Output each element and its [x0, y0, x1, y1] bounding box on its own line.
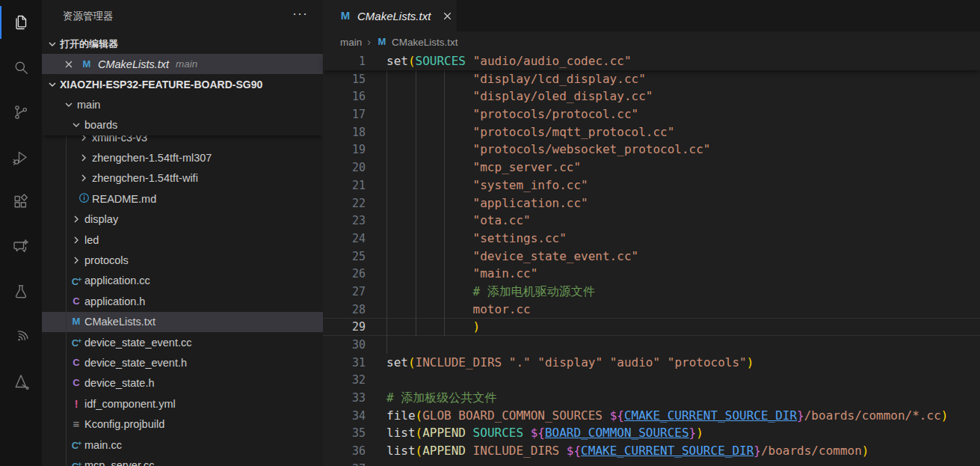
file-tree: mainboardsxmini-c3-v3zhengchen-1.54tft-m…: [42, 0, 323, 466]
indent-guide: [386, 336, 387, 354]
extensions-icon[interactable]: [12, 193, 30, 211]
line-number: 36: [323, 443, 366, 461]
code-text: "mcp_server.cc": [386, 159, 581, 177]
code-line-15[interactable]: 15 "display/lcd_display.cc": [323, 70, 980, 88]
code-line-16[interactable]: 16 "display/oled_display.cc": [323, 88, 980, 105]
tree-item-label: mcp_server.cc: [84, 459, 154, 466]
code-line-28[interactable]: 28 motor.cc: [323, 301, 980, 319]
source-control-icon[interactable]: [12, 103, 30, 121]
code-line-23[interactable]: 23 "ota.cc": [323, 212, 980, 230]
search-icon[interactable]: [12, 58, 30, 76]
tree-item-display[interactable]: display: [42, 209, 323, 230]
editor-tab-bar: M CMakeLists.txt: [323, 0, 980, 31]
tree-item-label: display: [84, 213, 118, 225]
code-text: "protocols/websocket_protocol.cc": [386, 141, 710, 159]
line-number: 18: [323, 124, 366, 142]
cmake-file-icon: M: [70, 316, 82, 328]
tree-item-zhengchen-1-54tft-wifi[interactable]: zhengchen-1.54tft-wifi: [42, 168, 323, 188]
code-text: list(APPEND INCLUDE_DIRS ${CMAKE_CURRENT…: [386, 442, 869, 460]
tree-item-cmakelists-txt[interactable]: MCMakeLists.txt: [42, 312, 323, 332]
code-line-21[interactable]: 21 "system_info.cc": [323, 177, 980, 194]
cpp-file-icon: C+: [70, 274, 82, 288]
tree-item-main[interactable]: main: [42, 94, 323, 114]
tree-item-application-h[interactable]: Capplication.h: [42, 291, 323, 311]
activity-bar: [0, 0, 42, 466]
testing-icon[interactable]: [12, 283, 30, 301]
tree-item-main-cc[interactable]: C+main.cc: [42, 435, 323, 455]
chevron-right-icon: [78, 152, 90, 164]
yaml-file-icon: !: [70, 398, 82, 410]
chevron-right-icon: [78, 172, 90, 184]
code-line-31[interactable]: 31set(INCLUDE_DIRS "." "display" "audio"…: [323, 354, 980, 372]
tree-item-boards[interactable]: boards: [42, 114, 323, 135]
c-header-file-icon: C: [70, 295, 82, 307]
code-line-20[interactable]: 20 "mcp_server.cc": [323, 159, 980, 177]
tree-item-label: README.md: [92, 193, 156, 205]
tree-item-label: idf_component.yml: [84, 398, 176, 410]
code-line-24[interactable]: 24 "settings.cc": [323, 230, 980, 248]
line-number: 1: [323, 53, 366, 71]
code-line-34[interactable]: 34file(GLOB BOARD_COMMON_SOURCES ${CMAKE…: [323, 407, 980, 425]
code-line-35[interactable]: 35list(APPEND SOURCES ${BOARD_COMMON_SOU…: [323, 424, 980, 442]
tree-item-kconfig-projbuild[interactable]: ≡Kconfig.projbuild: [42, 414, 323, 435]
tree-item-protocols[interactable]: protocols: [42, 250, 323, 270]
code-editor[interactable]: 15 "display/lcd_display.cc"16 "display/o…: [323, 52, 980, 466]
code-text: # 添加板级公共文件: [386, 389, 496, 407]
cmake-tools-icon[interactable]: [12, 373, 30, 390]
run-debug-icon[interactable]: [12, 149, 30, 167]
tree-item-label: CMakeLists.txt: [84, 316, 155, 328]
code-line-30[interactable]: 30: [323, 336, 980, 354]
tree-item-zhengchen-1-54tft-ml307[interactable]: zhengchen-1.54tft-ml307: [42, 147, 323, 168]
line-number: 34: [323, 408, 366, 426]
code-line-26[interactable]: 26 "main.cc": [323, 265, 980, 283]
sticky-scroll-line[interactable]: 1set(SOURCES "audio/audio_codec.cc": [323, 52, 980, 70]
code-line-18[interactable]: 18 "protocols/mqtt_protocol.cc": [323, 123, 980, 141]
code-line-22[interactable]: 22 "application.cc": [323, 194, 980, 212]
c-header-file-icon: C: [70, 377, 82, 389]
tree-item-readme-md[interactable]: README.md: [42, 188, 323, 209]
cpp-file-icon: C+: [70, 335, 82, 349]
tree-indent-guide: [66, 135, 67, 466]
code-text: "display/lcd_display.cc": [386, 70, 646, 88]
code-line-1[interactable]: 1set(SOURCES "audio/audio_codec.cc": [323, 52, 980, 70]
code-line-17[interactable]: 17 "protocols/protocol.cc": [323, 105, 980, 123]
code-line-27[interactable]: 27 # 添加电机驱动源文件: [323, 283, 980, 301]
tree-item-device-state-h[interactable]: Cdevice_state.h: [42, 373, 323, 393]
code-line-29[interactable]: 29 ): [323, 318, 980, 336]
espressif-icon[interactable]: [12, 328, 30, 346]
tree-item-application-cc[interactable]: C+application.cc: [42, 271, 323, 291]
tab-title: CMakeLists.txt: [357, 10, 431, 22]
explorer-icon[interactable]: [12, 13, 30, 31]
code-line-33[interactable]: 33# 添加板级公共文件: [323, 389, 980, 407]
close-icon[interactable]: [441, 10, 454, 22]
code-line-19[interactable]: 19 "protocols/websocket_protocol.cc": [323, 141, 980, 159]
tree-item-led[interactable]: led: [42, 230, 323, 250]
tree-item-idf-component-yml[interactable]: !idf_component.yml: [42, 393, 323, 414]
code-text: "settings.cc": [386, 230, 567, 248]
tree-item-mcp-server-cc[interactable]: C+mcp_server.cc: [42, 455, 323, 466]
code-text: list(APPEND SOURCES ${BOARD_COMMON_SOURC…: [386, 424, 703, 442]
tab-cmakelists[interactable]: M CMakeLists.txt: [323, 0, 457, 31]
line-number: 26: [323, 266, 366, 283]
tree-item-label: led: [84, 234, 99, 246]
code-text: # 添加电机驱动源文件: [386, 283, 595, 301]
chat-icon[interactable]: [12, 238, 30, 256]
breadcrumb-file[interactable]: CMakeLists.txt: [392, 37, 458, 48]
breadcrumb-folder[interactable]: main: [340, 37, 362, 48]
line-number: 25: [323, 248, 366, 266]
tree-item-device-state-event-cc[interactable]: C+device_state_event.cc: [42, 332, 323, 352]
chevron-right-icon: [70, 254, 82, 266]
editor-area: M CMakeLists.txt main › M CMakeLists.txt…: [323, 0, 980, 466]
c-header-file-icon: C: [70, 357, 82, 369]
chevron-down-icon: [63, 99, 75, 111]
code-line-37[interactable]: 37: [323, 460, 980, 466]
code-line-32[interactable]: 32: [323, 371, 980, 389]
code-line-25[interactable]: 25 "device_state_event.cc": [323, 248, 980, 266]
chevron-down-icon: [70, 119, 82, 131]
tree-item-label: zhengchen-1.54tft-wifi: [92, 172, 198, 184]
line-number: 16: [323, 88, 366, 106]
code-line-36[interactable]: 36list(APPEND INCLUDE_DIRS ${CMAKE_CURRE…: [323, 442, 980, 460]
code-text: set(SOURCES "audio/audio_codec.cc": [386, 52, 632, 70]
code-lines: 15 "display/lcd_display.cc"16 "display/o…: [323, 70, 980, 466]
tree-item-device-state-event-h[interactable]: Cdevice_state_event.h: [42, 352, 323, 373]
